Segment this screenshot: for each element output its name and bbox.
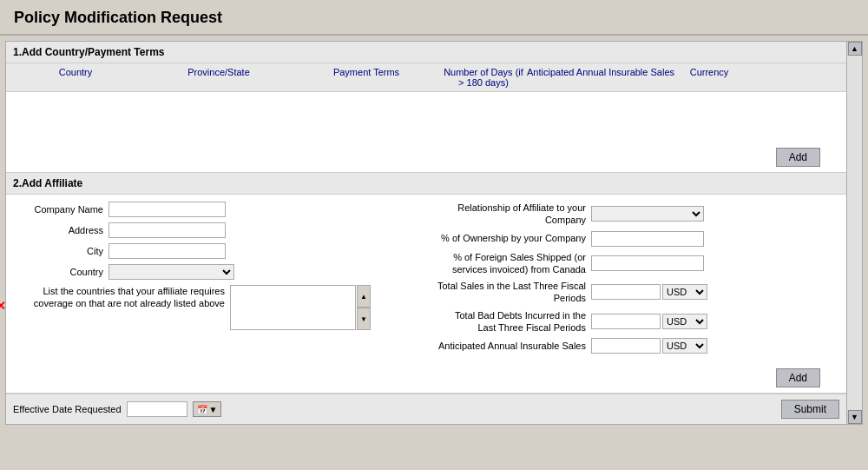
submit-button[interactable]: Submit (781, 400, 839, 419)
list-countries-row: ✕ List the countries that your affiliate… (13, 285, 418, 330)
x-mark-icon: ✕ (0, 299, 6, 313)
anticipated-sales-row: Anticipated Annual Insurable Sales USDCA… (435, 338, 839, 354)
bad-debts-label: Total Bad Debts Incurred in the Last Thr… (435, 309, 591, 334)
section1-title: 1.Add Country/Payment Terms (6, 42, 846, 63)
city-label: City (13, 246, 108, 256)
list-countries-label: List the countries that your affiliate r… (13, 285, 230, 310)
country-select[interactable] (108, 264, 234, 280)
ownership-label: % of Ownership by your Company (435, 232, 591, 244)
bad-debts-input[interactable] (591, 314, 661, 329)
section2-add-row: Add (6, 365, 846, 393)
section2: 2.Add Affiliate Company Name Address Cit… (6, 173, 846, 394)
list-countries-textarea[interactable] (230, 285, 356, 330)
city-row: City (13, 243, 418, 259)
section2-add-button[interactable]: Add (776, 368, 820, 387)
col-days: Number of Days (if > 180 days) (440, 67, 527, 88)
col-sales: Anticipated Annual Insurable Sales (527, 67, 674, 88)
col-currency: Currency (674, 67, 744, 88)
relationship-label: Relationship of Affiliate to your Compan… (435, 202, 591, 227)
col-payment: Payment Terms (293, 67, 440, 88)
affiliate-form: Company Name Address City Country (6, 195, 846, 365)
address-row: Address (13, 222, 418, 238)
bad-debts-row: Total Bad Debts Incurred in the Last Thr… (435, 309, 839, 334)
table1-header: Country Province/State Payment Terms Num… (6, 63, 846, 92)
company-name-label: Company Name (13, 204, 108, 215)
total-sales-currency[interactable]: USDCADEUR (662, 284, 707, 300)
right-col: Relationship of Affiliate to your Compan… (435, 202, 839, 358)
address-input[interactable] (108, 222, 226, 238)
foreign-sales-label: % of Foreign Sales Shipped (or services … (435, 251, 591, 276)
main-content: ▲ ▼ 1.Add Country/Payment Terms Country … (5, 41, 863, 425)
calendar-button[interactable]: 📅 ▼ (193, 401, 222, 417)
city-input[interactable] (108, 243, 226, 259)
bad-debts-group: USDCADEUR (591, 314, 707, 329)
country-row: Country (13, 264, 418, 280)
section1: 1.Add Country/Payment Terms Country Prov… (6, 42, 846, 173)
table1-body (6, 92, 846, 144)
company-name-row: Company Name (13, 202, 418, 217)
ownership-row: % of Ownership by your Company (435, 231, 839, 247)
section1-add-row: Add (6, 144, 846, 172)
calendar-icon: 📅 (197, 405, 207, 414)
bottom-bar: Effective Date Requested 📅 ▼ Submit (6, 394, 846, 424)
relationship-row: Relationship of Affiliate to your Compan… (435, 202, 839, 227)
foreign-sales-input[interactable] (591, 255, 704, 271)
section1-add-button[interactable]: Add (776, 148, 820, 167)
anticipated-sales-input[interactable] (591, 338, 661, 354)
effective-date-label: Effective Date Requested (13, 404, 122, 414)
ownership-input[interactable] (591, 231, 704, 247)
effective-date-input[interactable] (127, 401, 187, 417)
relationship-select[interactable] (591, 206, 704, 222)
total-sales-input[interactable] (591, 284, 661, 300)
section2-title: 2.Add Affiliate (6, 173, 846, 195)
textarea-scroll-down[interactable]: ▼ (357, 308, 371, 330)
foreign-sales-row: % of Foreign Sales Shipped (or services … (435, 251, 839, 276)
anticipated-sales-currency[interactable]: USDCADEUR (662, 338, 707, 354)
scroll-down-button[interactable]: ▼ (848, 410, 862, 424)
scrollbar[interactable]: ▲ ▼ (846, 42, 862, 424)
total-sales-label: Total Sales in the Last Three Fiscal Per… (435, 280, 591, 305)
company-name-input[interactable] (108, 202, 226, 217)
scroll-up-button[interactable]: ▲ (848, 42, 862, 56)
total-sales-group: USDCADEUR (591, 284, 707, 300)
left-col: Company Name Address City Country (13, 202, 418, 358)
scroll-thumb-area[interactable] (847, 56, 862, 410)
anticipated-sales-label: Anticipated Annual Insurable Sales (435, 340, 591, 352)
calendar-dropdown-arrow: ▼ (209, 405, 218, 414)
total-sales-row: Total Sales in the Last Three Fiscal Per… (435, 280, 839, 305)
effective-date-group: Effective Date Requested 📅 ▼ (13, 401, 221, 417)
anticipated-sales-group: USDCADEUR (591, 338, 707, 354)
col-country: Country (6, 67, 145, 88)
bad-debts-currency[interactable]: USDCADEUR (662, 314, 707, 329)
textarea-scroll-up[interactable]: ▲ (357, 285, 371, 308)
address-label: Address (13, 225, 108, 235)
country-label: Country (13, 267, 108, 277)
page-title: Policy Modification Request (0, 0, 868, 36)
col-province: Province/State (145, 67, 293, 88)
